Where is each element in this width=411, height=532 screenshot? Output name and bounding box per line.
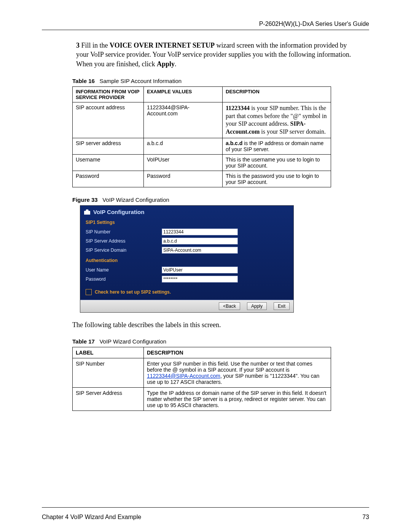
username-input[interactable] [162, 267, 238, 273]
t17-r1-c2: Type the IP address or domain name of th… [144, 388, 331, 411]
table16-caption: Table 16 Sample SIP Account Information [72, 78, 369, 84]
exit-button[interactable]: Exit [274, 302, 290, 310]
t17-r0-a: Enter your SIP number in this field. Use… [147, 361, 312, 373]
sip-number-label: SIP Number [86, 229, 162, 235]
t16-r0-at: @ [293, 113, 299, 119]
table16-label: Table 16 [72, 78, 95, 84]
folder-icon [84, 209, 90, 215]
sip-account-link[interactable]: 11223344@SIPA-Account.com [147, 373, 220, 379]
sip-domain-row: SIP Service Domain [80, 246, 293, 255]
sip-server-row: SIP Server Address [80, 236, 293, 246]
t16-r3-c2: Password [144, 171, 223, 187]
t16-r0-c1: SIP account address [73, 102, 144, 138]
voip-config-panel: VoIP Configuration SIP1 Settings SIP Num… [80, 205, 294, 313]
table16-title: Sample SIP Account Information [99, 78, 182, 84]
t17-r0-c1: SIP Number [73, 358, 144, 388]
table-row: Password Password This is the password y… [73, 171, 331, 187]
table17-caption: Table 17 VoIP Wizard Configuration [72, 338, 369, 345]
sip-server-label: SIP Server Address [86, 238, 162, 244]
sip2-check-row: Check here to set up SIP2 settings. [80, 284, 293, 300]
table17-intro: The following table describes the labels… [72, 321, 369, 329]
sip2-checkbox[interactable] [86, 289, 92, 295]
t17-r0-c2: Enter your SIP number in this field. Use… [144, 358, 331, 388]
footer-page-number: 73 [362, 514, 369, 521]
sip-domain-label: SIP Service Domain [86, 248, 162, 253]
figure33-label: Figure 33 [72, 197, 98, 203]
table-row: SIP Server Address Type the IP address o… [73, 388, 331, 411]
voip-panel-title-row: VoIP Configuration [80, 206, 293, 217]
step-number: 3 [76, 42, 80, 49]
voip-panel-title: VoIP Configuration [93, 209, 144, 215]
table17-title: VoIP Wizard Configuration [99, 338, 166, 345]
footer-chapter: Chapter 4 VoIP Wizard And Example [42, 514, 141, 521]
figure33-caption: Figure 33 VoIP Wizard Configuration [72, 197, 369, 203]
header-divider [42, 30, 369, 30]
table-row: SIP account address 11223344@SIPA-Accoun… [73, 102, 331, 138]
sip-number-row: SIP Number [80, 227, 293, 236]
t17-r1-c1: SIP Server Address [73, 388, 144, 411]
table16-h3: DESCRIPTION [223, 86, 331, 102]
table16-head-row: INFORMATION FROM VOIP SERVICE PROVIDER E… [73, 86, 331, 102]
page: P-2602H(W)(L)-DxA Series User's Guide 3 … [0, 0, 411, 532]
table17-label: Table 17 [72, 338, 95, 345]
password-input[interactable] [162, 276, 238, 283]
table16-h2: EXAMPLE VALUES [144, 86, 223, 102]
t16-r0-c3: 11223344 is your SIP number. This is the… [223, 102, 331, 138]
sip-server-input[interactable] [162, 238, 238, 244]
t17-h2: DESCRIPTION [144, 347, 331, 358]
page-footer: Chapter 4 VoIP Wizard And Example 73 [42, 514, 369, 521]
t16-r1-c2: a.b.c.d [144, 138, 223, 155]
step-text-a: Fill in the [81, 42, 110, 49]
password-label: Password [86, 276, 162, 282]
step-3-text: 3 Fill in the VOICE OVER INTERNET SETUP … [76, 41, 358, 69]
t17-h1: LABEL [73, 347, 144, 358]
table-row: Username VoIPUser This is the username y… [73, 155, 331, 171]
wizard-name: VOICE OVER INTERNET SETUP [110, 42, 215, 49]
username-label: User Name [86, 267, 162, 273]
table-row: SIP Number Enter your SIP number in this… [73, 358, 331, 388]
t16-r2-c1: Username [73, 155, 144, 171]
step-text-c: . [175, 60, 177, 68]
voip-button-bar: <Back Apply Exit [80, 300, 293, 312]
password-row: Password [80, 275, 293, 284]
table16-h1: INFORMATION FROM VOIP SERVICE PROVIDER [73, 86, 144, 102]
t16-r3-c1: Password [73, 171, 144, 187]
t16-r1-c1: SIP server address [73, 138, 144, 155]
sip-domain-input[interactable] [162, 247, 238, 254]
t16-r0-c: is your SIP server domain. [260, 128, 326, 135]
t16-r2-c2: VoIPUser [144, 155, 223, 171]
table17-head-row: LABEL DESCRIPTION [73, 347, 331, 358]
table-row: SIP server address a.b.c.d a.b.c.d is th… [73, 138, 331, 155]
t16-r1-c3: a.b.c.d is the IP address or domain name… [223, 138, 331, 155]
sip2-check-label: Check here to set up SIP2 settings. [95, 289, 171, 295]
username-row: User Name [80, 265, 293, 275]
sip-number-input[interactable] [162, 228, 238, 235]
figure33-title: VoIP Wizard Configuration [102, 197, 169, 203]
apply-button[interactable]: Apply [247, 302, 267, 310]
apply-word: Apply [157, 60, 175, 68]
t16-r0-c2: 11223344@SIPA-Account.com [144, 102, 223, 138]
auth-section-label: Authentication [80, 255, 293, 265]
t16-r0-num: 11223344 [226, 105, 250, 111]
t16-r2-c3: This is the username you use to login to… [223, 155, 331, 171]
back-button[interactable]: <Back [219, 302, 240, 310]
t16-r3-c3: This is the password you use to login to… [223, 171, 331, 187]
table17: LABEL DESCRIPTION SIP Number Enter your … [72, 347, 331, 411]
t16-r1-bold: a.b.c.d [226, 140, 242, 146]
sip1-section-label: SIP1 Settings [80, 217, 293, 227]
page-header: P-2602H(W)(L)-DxA Series User's Guide [42, 21, 369, 27]
footer-divider [42, 507, 369, 508]
table16: INFORMATION FROM VOIP SERVICE PROVIDER E… [72, 86, 331, 187]
